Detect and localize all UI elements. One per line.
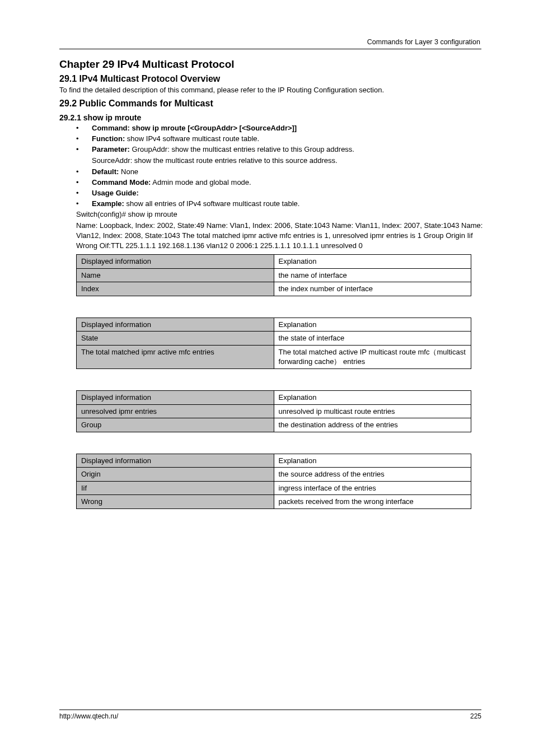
- table-cell-label: Displayed information: [77, 391, 274, 405]
- table-cell-value: The total matched active IP multicast ro…: [274, 345, 471, 368]
- output-table-1: Displayed information Explanation Name t…: [76, 254, 471, 296]
- table-cell-value: unresolved ip multicast route entries: [274, 404, 471, 418]
- example-text: Example: show all entries of IPv4 softwa…: [92, 199, 484, 209]
- table-cell-value: ingress interface of the entries: [274, 481, 471, 495]
- command-mode-text: Command Mode: Admin mode and global mode…: [92, 178, 484, 188]
- table-row: Displayed information Explanation: [77, 391, 471, 405]
- subsection-title: 29.1 IPv4 Multicast Protocol Overview: [59, 74, 484, 84]
- table-cell-value: the state of interface: [274, 332, 471, 346]
- command-row: • Command: show ip mroute [<GroupAddr> […: [76, 123, 484, 133]
- bullet-icon: •: [76, 134, 92, 144]
- public-commands-title: 29.2 Public Commands for Multicast: [59, 99, 484, 109]
- bullet-icon: •: [76, 188, 92, 198]
- table-cell-label: Displayed information: [77, 454, 274, 468]
- table-cell-value: Explanation: [274, 255, 471, 269]
- bullet-icon: •: [76, 199, 92, 209]
- table-cell-label: Displayed information: [77, 318, 274, 332]
- table-cell-value: the source address of the entries: [274, 468, 471, 482]
- table-cell-label: Group: [77, 418, 274, 432]
- default-text: Default: None: [92, 167, 484, 177]
- table-cell-value: the index number of interface: [274, 282, 471, 296]
- header-right-text: Commands for Layer 3 configuration: [367, 38, 480, 46]
- bullet-icon: •: [76, 167, 92, 177]
- example-row: • Example: show all entries of IPv4 soft…: [76, 199, 484, 209]
- table-cell-label: Wrong: [77, 495, 274, 509]
- table-cell-value: the name of interface: [274, 268, 471, 282]
- footer-url: http://www.qtech.ru/: [59, 712, 118, 720]
- cli-output: Name: Loopback, Index: 2002, State:49 Na…: [76, 221, 484, 251]
- table-cell-label: Displayed information: [77, 255, 274, 269]
- table-cell-value: packets received from the wrong interfac…: [274, 495, 471, 509]
- overview-text: To find the detailed description of this…: [59, 85, 484, 95]
- parameter-text: Parameter: GroupAddr: show the multicast…: [92, 144, 484, 155]
- output-table-3: Displayed information Explanation unreso…: [76, 390, 471, 432]
- usage-guide-label: Usage Guide:: [92, 188, 484, 198]
- table-cell-label: Name: [77, 268, 274, 282]
- table-row: Displayed information Explanation: [77, 318, 471, 332]
- bullet-icon: •: [76, 123, 92, 133]
- table-cell-label: unresolved ipmr entries: [77, 404, 274, 418]
- page-footer: http://www.qtech.ru/ 225: [59, 710, 481, 720]
- table-cell-label: The total matched ipmr active mfc entrie…: [77, 345, 274, 368]
- function-row: • Function: show IPv4 software multicast…: [76, 134, 484, 144]
- table-row: State the state of interface: [77, 332, 471, 346]
- bullet-icon: •: [76, 144, 92, 155]
- table-row: Index the index number of interface: [77, 282, 471, 296]
- table-row: Name the name of interface: [77, 268, 471, 282]
- table-row: Wrong packets received from the wrong in…: [77, 495, 471, 509]
- table-cell-label: Iif: [77, 481, 274, 495]
- parameter-row: • Parameter: GroupAddr: show the multica…: [76, 144, 484, 155]
- table-cell-value: the destination address of the entries: [274, 418, 471, 432]
- table-cell-value: Explanation: [274, 454, 471, 468]
- command-label: Command: show ip mroute [<GroupAddr> [<S…: [92, 123, 484, 133]
- table-row: Iif ingress interface of the entries: [77, 481, 471, 495]
- header-rule: [59, 49, 481, 49]
- table-row: Group the destination address of the ent…: [77, 418, 471, 432]
- chapter-title: Chapter 29 IPv4 Multicast Protocol: [59, 58, 484, 71]
- usage-guide-row: • Usage Guide:: [76, 188, 484, 198]
- default-row: • Default: None: [76, 167, 484, 177]
- table-row: Displayed information Explanation: [77, 454, 471, 468]
- table-cell-value: Explanation: [274, 391, 471, 405]
- table-cell-label: Index: [77, 282, 274, 296]
- table-row: Displayed information Explanation: [77, 255, 471, 269]
- table-cell-label: Origin: [77, 468, 274, 482]
- function-text: Function: show IPv4 software multicast r…: [92, 134, 484, 144]
- parameter-text-2: SourceAddr: show the multicast route ent…: [92, 156, 484, 166]
- page-number: 225: [470, 712, 481, 720]
- cmd-title: 29.2.1 show ip mroute: [59, 113, 484, 122]
- table-cell-value: Explanation: [274, 318, 471, 332]
- cli-command: Switch(config)# show ip mroute: [76, 209, 484, 220]
- table-row: The total matched ipmr active mfc entrie…: [77, 345, 471, 368]
- table-cell-label: State: [77, 332, 274, 346]
- command-mode-row: • Command Mode: Admin mode and global mo…: [76, 178, 484, 188]
- table-row: Origin the source address of the entries: [77, 468, 471, 482]
- table-row: unresolved ipmr entries unresolved ip mu…: [77, 404, 471, 418]
- bullet-icon: •: [76, 178, 92, 188]
- output-table-4: Displayed information Explanation Origin…: [76, 454, 471, 509]
- main-content: Chapter 29 IPv4 Multicast Protocol 29.1 …: [59, 58, 484, 509]
- output-table-2: Displayed information Explanation State …: [76, 318, 471, 369]
